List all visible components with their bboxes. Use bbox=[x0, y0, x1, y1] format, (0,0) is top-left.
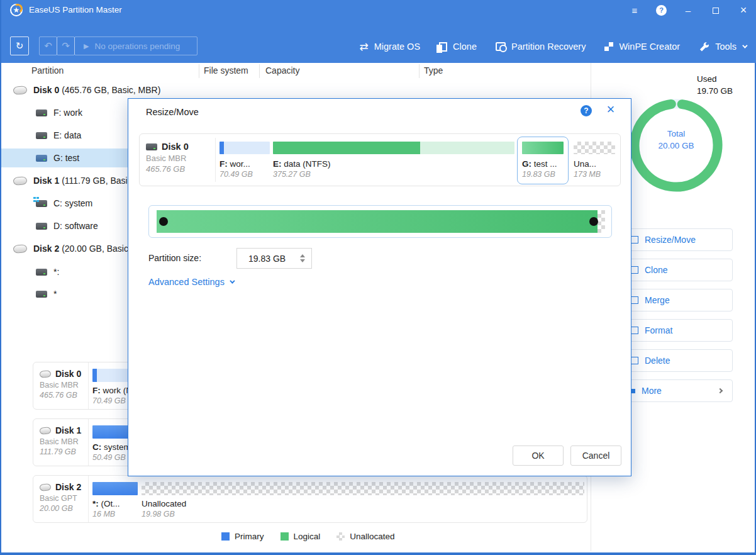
usage-used-label: Used 19.70 GB bbox=[697, 73, 733, 97]
advanced-settings-link[interactable]: Advanced Settings bbox=[148, 277, 233, 287]
disk-icon bbox=[40, 370, 52, 378]
delete-button[interactable]: Delete bbox=[623, 349, 733, 372]
clone-partition-button[interactable]: Clone bbox=[623, 259, 733, 281]
titlebar: EaseUS Partition Master ≡ ? – × bbox=[1, 0, 756, 20]
app-window: EaseUS Partition Master ≡ ? – × ↻ ↶ ↷ ▶ … bbox=[0, 0, 756, 555]
help-icon[interactable]: ? bbox=[656, 5, 667, 16]
app-logo-icon bbox=[10, 4, 23, 16]
pending-operations-button[interactable]: ▶ No operations pending bbox=[74, 36, 197, 55]
column-header-capacity[interactable]: Capacity bbox=[265, 65, 299, 76]
disk-icon bbox=[13, 244, 28, 254]
migrate-os-button[interactable]: ⇄ Migrate OS bbox=[359, 40, 420, 53]
slider-right-handle[interactable] bbox=[589, 217, 598, 226]
disk-icon bbox=[13, 176, 28, 186]
map-segment-g-selected[interactable]: G: test ... 19.83 GB bbox=[517, 137, 569, 184]
disk-icon bbox=[146, 143, 157, 150]
refresh-button[interactable]: ↻ bbox=[10, 36, 29, 55]
winpe-creator-icon bbox=[604, 42, 613, 51]
partition-recovery-icon bbox=[496, 42, 506, 51]
format-icon bbox=[631, 327, 638, 334]
maximize-button[interactable] bbox=[709, 5, 722, 16]
column-header-file-system[interactable]: File system bbox=[204, 65, 248, 76]
legend: Primary Logical Unallocated bbox=[221, 532, 395, 541]
ok-button[interactable]: OK bbox=[513, 446, 564, 466]
partition-bar bbox=[522, 142, 564, 154]
app-title: EaseUS Partition Master bbox=[29, 5, 122, 14]
column-header-partition[interactable]: Partition bbox=[31, 65, 64, 76]
map-segment-unallocated[interactable]: Una... 173 MB bbox=[574, 142, 615, 179]
toolbar-actions: ⇄ Migrate OS Clone Partition Recovery Wi… bbox=[359, 36, 746, 57]
partition-bar bbox=[220, 142, 270, 154]
more-button[interactable]: More bbox=[623, 379, 733, 402]
partition-icon bbox=[36, 269, 47, 276]
minimize-button[interactable]: – bbox=[682, 5, 694, 16]
dialog-help-icon[interactable]: ? bbox=[581, 105, 592, 116]
redo-button[interactable]: ↷ bbox=[57, 36, 75, 55]
unallocated-bar bbox=[574, 142, 615, 154]
resize-slider-fill bbox=[157, 210, 598, 233]
tree-row-disk0[interactable]: Disk 0 (465.76 GB, Basic, MBR) bbox=[1, 81, 589, 99]
primary-legend-swatch bbox=[221, 532, 230, 541]
merge-button[interactable]: Merge bbox=[623, 289, 733, 311]
partition-icon bbox=[36, 109, 47, 116]
partition-bar bbox=[92, 482, 138, 495]
partition-size-label: Partition size: bbox=[148, 253, 201, 263]
close-button[interactable]: × bbox=[737, 4, 750, 17]
run-icon: ▶ bbox=[84, 42, 89, 50]
partition-icon bbox=[36, 223, 47, 230]
disk-icon bbox=[13, 86, 28, 95]
disk-icon bbox=[40, 427, 52, 434]
chevron-right-icon bbox=[718, 388, 723, 393]
migrate-os-icon: ⇄ bbox=[359, 40, 368, 53]
spinner-arrows-icon[interactable] bbox=[300, 254, 305, 262]
unallocated-legend-swatch bbox=[336, 532, 345, 541]
map-segment-f[interactable]: F: wor... 70.49 GB bbox=[220, 142, 270, 179]
disk-icon bbox=[40, 483, 52, 491]
merge-icon bbox=[631, 296, 638, 304]
window-bottom-border bbox=[1, 552, 756, 555]
clone-icon bbox=[631, 266, 638, 274]
resize-slider-free-space bbox=[598, 210, 605, 233]
usage-total-label: Total bbox=[623, 129, 730, 138]
tools-button[interactable]: Tools bbox=[699, 42, 746, 52]
clone-button[interactable]: Clone bbox=[439, 42, 477, 52]
slider-left-handle[interactable] bbox=[159, 217, 168, 226]
partition-icon bbox=[36, 155, 47, 162]
chevron-down-icon bbox=[230, 278, 235, 283]
partition-icon bbox=[36, 291, 47, 298]
resize-slider[interactable] bbox=[148, 205, 612, 238]
unallocated-block[interactable]: Unallocated 19.98 GB bbox=[138, 476, 587, 522]
usage-total-value: 20.00 GB bbox=[623, 141, 730, 150]
delete-icon bbox=[631, 357, 638, 364]
column-separator bbox=[199, 64, 199, 78]
divider bbox=[215, 138, 216, 182]
partition-icon bbox=[36, 132, 47, 139]
winpe-creator-button[interactable]: WinPE Creator bbox=[604, 42, 680, 52]
pending-operations-label: No operations pending bbox=[94, 42, 180, 51]
resize-move-icon bbox=[631, 236, 638, 244]
map-segment-e[interactable]: E: data (NTFS) 375.27 GB bbox=[273, 142, 514, 179]
dialog-title: Resize/Move bbox=[146, 107, 199, 117]
logical-legend-swatch bbox=[281, 532, 289, 541]
unallocated-bar bbox=[142, 482, 584, 495]
resize-move-button[interactable]: Resize/Move bbox=[623, 228, 733, 251]
partition-size-input[interactable]: 19.83 GB bbox=[236, 248, 312, 269]
partition-block-star[interactable]: *: (Ot... 16 MB bbox=[89, 476, 138, 522]
column-separator bbox=[259, 64, 260, 78]
operation-list-icon[interactable]: ≡ bbox=[628, 5, 641, 16]
undo-button[interactable]: ↶ bbox=[39, 36, 57, 55]
tools-wrench-icon bbox=[699, 42, 709, 52]
disk-map: Disk 0 Basic MBR 465.76 GB F: wor... 70.… bbox=[139, 133, 621, 186]
clone-icon bbox=[439, 42, 447, 52]
partition-bar bbox=[273, 142, 514, 154]
format-button[interactable]: Format bbox=[623, 319, 733, 342]
partition-recovery-button[interactable]: Partition Recovery bbox=[496, 42, 586, 52]
column-separator bbox=[419, 64, 420, 78]
cancel-button[interactable]: Cancel bbox=[570, 446, 621, 466]
more-icon bbox=[631, 389, 635, 393]
dialog-close-icon[interactable]: × bbox=[603, 101, 618, 118]
disk-card-2[interactable]: Disk 2 Basic GPT 20.00 GB *: (Ot... 16 M… bbox=[33, 475, 587, 523]
window-chrome: EaseUS Partition Master ≡ ? – × ↻ ↶ ↷ ▶ … bbox=[1, 0, 756, 63]
system-partition-icon bbox=[36, 200, 47, 207]
column-header-type[interactable]: Type bbox=[424, 65, 443, 76]
